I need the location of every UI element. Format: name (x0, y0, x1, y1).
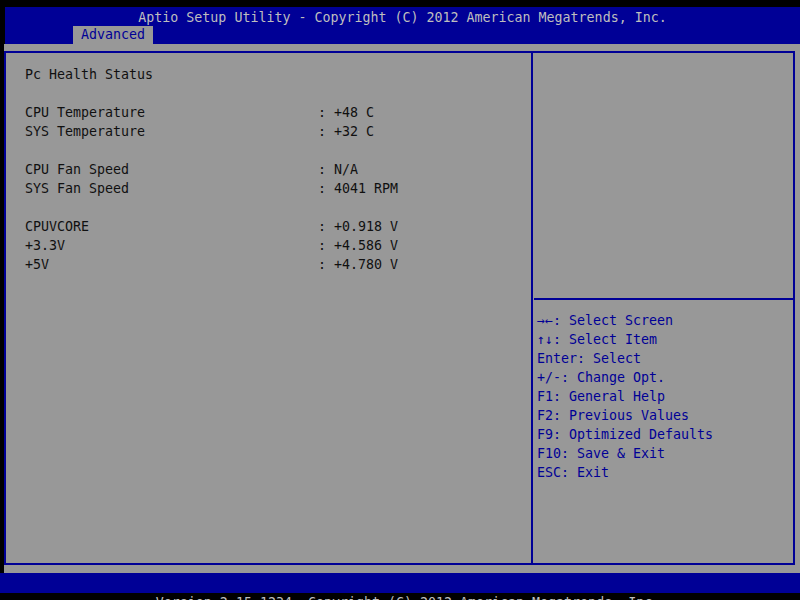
panel-vertical-divider (531, 51, 533, 565)
value-text: 4041 RPM (334, 181, 398, 196)
temperature-group: CPU Temperature :+48 C SYS Temperature :… (25, 103, 515, 141)
row-sys-fan-speed: SYS Fan Speed :4041 RPM (25, 179, 515, 198)
value-text: +48 C (334, 105, 374, 120)
help-esc-exit: ESC: Exit (537, 463, 793, 482)
help-key-panel: →←: Select Screen ↑↓: Select Item Enter:… (537, 311, 793, 482)
row-label: CPU Temperature (25, 103, 145, 122)
main-area: Pc Health Status CPU Temperature :+48 C … (4, 44, 800, 573)
row-value: :+48 C (318, 103, 374, 122)
value-text: +4.586 V (334, 238, 398, 253)
value-separator: : (318, 219, 326, 234)
row-label: CPUVCORE (25, 217, 89, 236)
help-change-opt: +/-: Change Opt. (537, 368, 793, 387)
help-select-screen: →←: Select Screen (537, 311, 793, 330)
row-cpu-temperature: CPU Temperature :+48 C (25, 103, 515, 122)
row-label: +3.3V (25, 236, 65, 255)
value-separator: : (318, 124, 326, 139)
app-title: Aptio Setup Utility - Copyright (C) 2012… (5, 10, 800, 25)
value-text: +4.780 V (334, 257, 398, 272)
value-separator: : (318, 238, 326, 253)
version-text: Version 2.15.1234. Copyright (C) 2012 Am… (156, 595, 660, 600)
row-value: :+4.780 V (318, 255, 398, 274)
row-value: :4041 RPM (318, 179, 398, 198)
tab-advanced[interactable]: Advanced (73, 26, 153, 44)
row-sys-temperature: SYS Temperature :+32 C (25, 122, 515, 141)
value-separator: : (318, 257, 326, 272)
help-enter-select: Enter: Select (537, 349, 793, 368)
value-text: N/A (334, 162, 358, 177)
row-value: :+32 C (318, 122, 374, 141)
row-label: SYS Temperature (25, 122, 145, 141)
row-label: SYS Fan Speed (25, 179, 129, 198)
help-f9-optimized-defaults: F9: Optimized Defaults (537, 425, 793, 444)
value-separator: : (318, 105, 326, 120)
fan-speed-group: CPU Fan Speed :N/A SYS Fan Speed :4041 R… (25, 160, 515, 198)
row-value: :N/A (318, 160, 358, 179)
value-text: +32 C (334, 124, 374, 139)
help-f10-save-exit: F10: Save & Exit (537, 444, 793, 463)
row-value: :+4.586 V (318, 236, 398, 255)
row-cpu-fan-speed: CPU Fan Speed :N/A (25, 160, 515, 179)
page-title: Pc Health Status (25, 65, 515, 84)
row-cpuvcore: CPUVCORE :+0.918 V (25, 217, 515, 236)
title-bar: Aptio Setup Utility - Copyright (C) 2012… (5, 7, 800, 44)
value-separator: : (318, 181, 326, 196)
row-label: CPU Fan Speed (25, 160, 129, 179)
row-3v3: +3.3V :+4.586 V (25, 236, 515, 255)
value-separator: : (318, 162, 326, 177)
help-f2-previous-values: F2: Previous Values (537, 406, 793, 425)
health-status-pane: Pc Health Status CPU Temperature :+48 C … (25, 65, 515, 293)
row-5v: +5V :+4.780 V (25, 255, 515, 274)
row-label: +5V (25, 255, 49, 274)
version-bar: Version 2.15.1234. Copyright (C) 2012 Am… (0, 573, 800, 593)
help-select-item: ↑↓: Select Item (537, 330, 793, 349)
row-value: :+0.918 V (318, 217, 398, 236)
help-f1-general-help: F1: General Help (537, 387, 793, 406)
help-panel-divider (534, 298, 793, 300)
value-text: +0.918 V (334, 219, 398, 234)
voltage-group: CPUVCORE :+0.918 V +3.3V :+4.586 V +5V :… (25, 217, 515, 274)
tab-advanced-label: Advanced (81, 27, 145, 42)
